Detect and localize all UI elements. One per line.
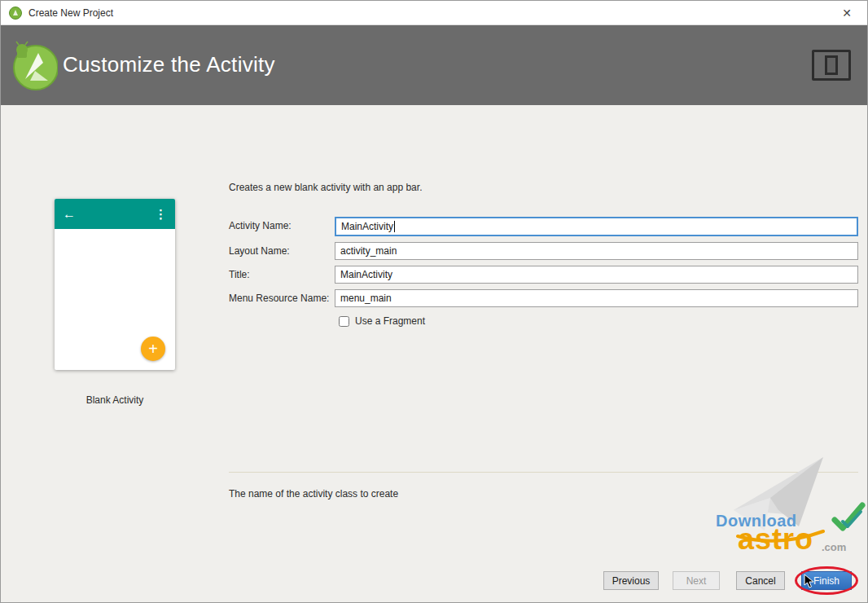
- titlebar: Create New Project ✕: [1, 1, 867, 25]
- watermark: Download astro .com: [693, 453, 868, 563]
- title-row: Title:: [1, 266, 867, 285]
- android-studio-logo-icon: [11, 38, 58, 95]
- device-preview-icon: [812, 50, 851, 81]
- page-title: Customize the Activity: [63, 52, 275, 77]
- watermark-com-text: .com: [822, 541, 846, 553]
- use-fragment-row: Use a Fragment: [339, 315, 425, 327]
- use-fragment-checkbox[interactable]: [339, 316, 349, 327]
- fab-add-icon: +: [141, 337, 165, 361]
- activity-name-row: Activity Name:: [1, 217, 867, 236]
- title-input[interactable]: [335, 266, 858, 284]
- layout-name-row: Layout Name:: [1, 242, 867, 262]
- wizard-header: Customize the Activity: [1, 25, 867, 105]
- menu-resource-name-input[interactable]: [335, 289, 858, 307]
- preview-label: Blank Activity: [55, 394, 175, 406]
- paper-plane-icon: [701, 453, 848, 546]
- divider: [229, 472, 858, 473]
- menu-resource-name-label: Menu Resource Name:: [229, 293, 329, 304]
- layout-name-label: Layout Name:: [229, 245, 290, 257]
- activity-name-label: Activity Name:: [229, 220, 292, 231]
- create-new-project-dialog: Create New Project ✕ Customize the Activ…: [0, 0, 868, 603]
- menu-resource-name-row: Menu Resource Name:: [1, 289, 867, 309]
- watermark-astro-text: astro: [738, 522, 813, 557]
- layout-name-input[interactable]: [335, 242, 858, 260]
- android-studio-icon: [9, 7, 22, 20]
- activity-name-input[interactable]: [335, 217, 858, 236]
- watermark-download-text: Download: [716, 512, 797, 530]
- title-label: Title:: [229, 269, 250, 280]
- button-bar: Previous Next Cancel Finish: [603, 571, 852, 590]
- next-button[interactable]: Next: [673, 571, 720, 590]
- check-icon: [830, 502, 866, 538]
- window-title: Create New Project: [28, 7, 835, 19]
- activity-description: Creates a new blank activity with an app…: [229, 182, 422, 193]
- use-fragment-label: Use a Fragment: [355, 315, 425, 327]
- field-hint-text: The name of the activity class to create: [229, 488, 398, 500]
- cancel-button[interactable]: Cancel: [736, 571, 785, 590]
- finish-button[interactable]: Finish: [801, 571, 852, 590]
- close-icon[interactable]: ✕: [835, 3, 859, 23]
- previous-button[interactable]: Previous: [603, 571, 659, 590]
